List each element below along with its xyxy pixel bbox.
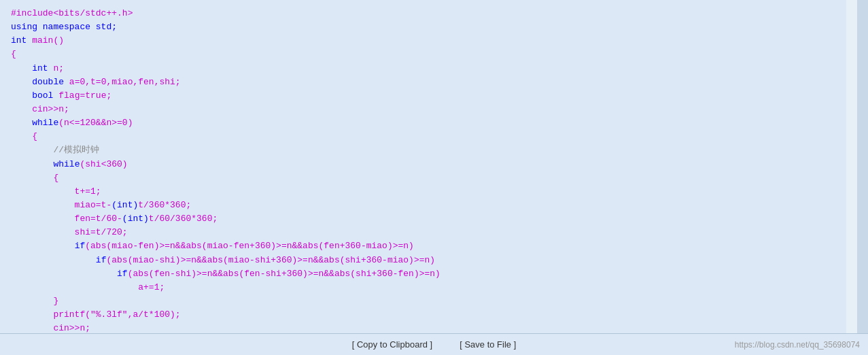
- code-line-2: using namespace std;: [11, 20, 835, 34]
- code-line-10: {: [11, 130, 835, 143]
- bottom-actions: [ Copy to Clipboard ] [ Save to File ]: [352, 339, 517, 350]
- code-line-1: #include<bits/stdc++.h>: [11, 7, 835, 20]
- code-line-23: printf("%.3lf",a/t*100);: [11, 308, 835, 322]
- code-line-7: bool flag=true;: [11, 89, 835, 103]
- watermark: https://blog.csdn.net/qq_35698074: [735, 340, 860, 350]
- code-line-5: int n;: [11, 62, 835, 75]
- code-line-15: miao=t-(int)t/360*360;: [11, 199, 835, 212]
- code-line-13: {: [11, 171, 835, 185]
- code-line-21: a+=1;: [11, 281, 835, 294]
- code-line-6: double a=0,t=0,miao,fen,shi;: [11, 75, 835, 89]
- code-line-12: while(shi<360): [11, 158, 835, 171]
- code-line-19: if(abs(miao-shi)>=n&&abs(miao-shi+360)>=…: [11, 254, 835, 267]
- save-to-file-button[interactable]: [ Save to File ]: [459, 339, 516, 350]
- code-line-4: {: [11, 48, 835, 61]
- code-line-16: fen=t/60-(int)t/60/360*360;: [11, 212, 835, 226]
- code-line-17: shi=t/720;: [11, 226, 835, 239]
- code-line-22: }: [11, 294, 835, 308]
- code-line-3: int main(): [11, 34, 835, 48]
- copy-to-clipboard-button[interactable]: [ Copy to Clipboard ]: [352, 339, 433, 350]
- bottom-bar: [ Copy to Clipboard ] [ Save to File ] h…: [0, 333, 868, 355]
- scrollbar[interactable]: [857, 0, 868, 333]
- code-line-8: cin>>n;: [11, 103, 835, 116]
- code-line-18: if(abs(miao-fen)>=n&&abs(miao-fen+360)>=…: [11, 239, 835, 253]
- code-container: #include<bits/stdc++.h> using namespace …: [0, 0, 846, 355]
- code-line-14: t+=1;: [11, 185, 835, 199]
- code-line-9: while(n<=120&&n>=0): [11, 116, 835, 130]
- code-line-20: if(abs(fen-shi)>=n&&abs(fen-shi+360)>=n&…: [11, 267, 835, 281]
- code-line-11: //模拟时钟: [11, 143, 835, 157]
